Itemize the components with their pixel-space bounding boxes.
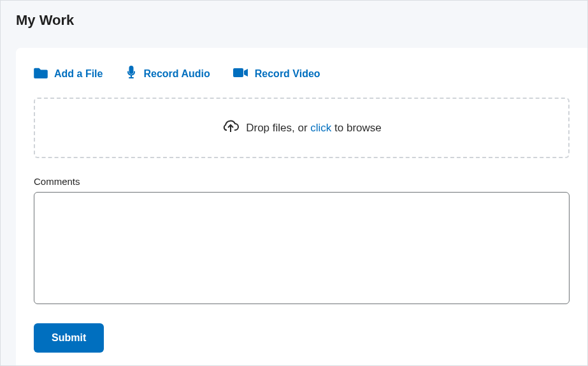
upload-cloud-icon [222, 119, 240, 136]
dropzone-click-link[interactable]: click [310, 122, 331, 134]
file-drop-zone[interactable]: Drop files, or click to browse [34, 98, 570, 158]
video-camera-icon [233, 68, 248, 80]
submit-button[interactable]: Submit [34, 323, 104, 353]
folder-icon [34, 67, 48, 81]
comments-textarea[interactable] [34, 192, 570, 304]
record-audio-button[interactable]: Record Audio [125, 66, 210, 82]
microphone-icon [125, 66, 137, 82]
dropzone-text-prefix: Drop files, or [246, 122, 310, 134]
record-audio-label: Record Audio [143, 68, 210, 80]
page-title: My Work [1, 1, 587, 29]
add-file-button[interactable]: Add a File [34, 67, 103, 81]
comments-label: Comments [34, 176, 570, 187]
add-file-label: Add a File [54, 68, 103, 80]
my-work-card: Add a File Record Audio Record Video [16, 48, 587, 366]
svg-rect-0 [233, 68, 243, 77]
record-video-button[interactable]: Record Video [233, 68, 320, 80]
action-row: Add a File Record Audio Record Video [34, 66, 570, 82]
dropzone-text-suffix: to browse [331, 122, 381, 134]
record-video-label: Record Video [255, 68, 320, 80]
